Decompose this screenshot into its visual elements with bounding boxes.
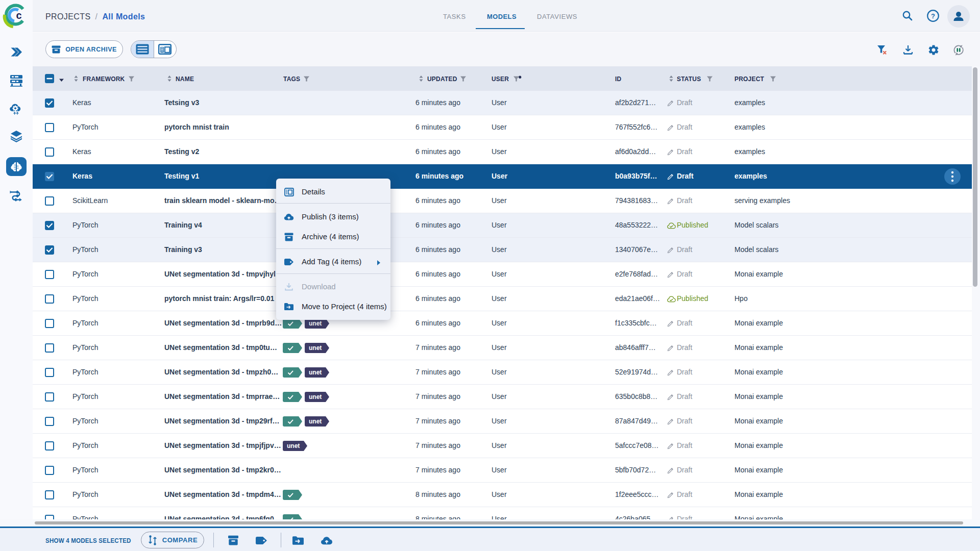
svg-text:?: ?	[931, 12, 935, 20]
svg-text:c: c	[16, 10, 21, 21]
